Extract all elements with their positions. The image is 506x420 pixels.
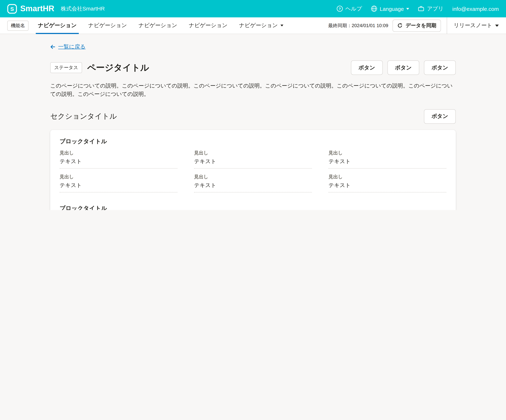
smarthr-logo-icon: S bbox=[7, 4, 17, 14]
field-label: 見出し bbox=[60, 150, 177, 156]
language-label: Language bbox=[380, 6, 404, 12]
nav-tab-1[interactable]: ナビゲーション bbox=[32, 17, 82, 34]
help-link[interactable]: ? ヘルプ bbox=[336, 5, 362, 12]
field-value: テキスト bbox=[194, 158, 312, 169]
apps-icon bbox=[418, 6, 425, 12]
help-icon: ? bbox=[336, 6, 343, 12]
header-actions: ? ヘルプ Language アプリ info@example.com bbox=[336, 5, 499, 12]
nav-right: 最終同期：2024/01/01 10:09 データを同期 リリースノート bbox=[328, 17, 499, 34]
chevron-down-icon bbox=[280, 25, 283, 27]
page-title-row: ステータス ページタイトル ボタン ボタン ボタン bbox=[50, 61, 456, 75]
apps-label: アプリ bbox=[427, 5, 444, 12]
smarthr-logo[interactable]: S SmartHR bbox=[7, 4, 54, 14]
nav-tabs: ナビゲーション ナビゲーション ナビゲーション ナビゲーション ナビゲーション bbox=[32, 17, 289, 34]
nav-tab-5-dropdown[interactable]: ナビゲーション bbox=[233, 17, 289, 34]
page-action-buttons: ボタン ボタン ボタン bbox=[351, 61, 456, 75]
section1-button[interactable]: ボタン bbox=[424, 109, 456, 123]
nav-tab-4[interactable]: ナビゲーション bbox=[183, 17, 233, 34]
nav-tab-2[interactable]: ナビゲーション bbox=[82, 17, 133, 34]
chevron-down-icon bbox=[495, 24, 499, 27]
nav-tab-3[interactable]: ナビゲーション bbox=[133, 17, 183, 34]
nav-tab-label: ナビゲーション bbox=[189, 22, 227, 29]
nav-tab-label: ナビゲーション bbox=[138, 22, 177, 29]
back-to-list-link[interactable]: 一覧に戻る bbox=[50, 43, 86, 50]
svg-text:S: S bbox=[10, 6, 14, 12]
page-description: このページについての説明。このページについての説明。このページについての説明。こ… bbox=[50, 81, 456, 98]
field-label: 見出し bbox=[329, 150, 446, 156]
arrow-left-icon bbox=[50, 44, 56, 50]
account-email-text: info@example.com bbox=[452, 6, 499, 12]
field-value: テキスト bbox=[60, 182, 177, 192]
section1-title: セクションタイトル bbox=[50, 111, 117, 121]
app-nav: 機能名 ナビゲーション ナビゲーション ナビゲーション ナビゲーション ナビゲー… bbox=[0, 17, 506, 34]
field-value: テキスト bbox=[194, 182, 312, 192]
nav-tab-label: ナビゲーション bbox=[38, 22, 77, 29]
field: 見出し テキスト bbox=[60, 150, 177, 168]
field: 見出し テキスト bbox=[194, 150, 312, 168]
feature-name-badge: 機能名 bbox=[7, 20, 28, 31]
nav-tab-label: ナビゲーション bbox=[239, 22, 278, 29]
chevron-down-icon bbox=[406, 8, 409, 10]
block1-fields: 見出し テキスト 見出し テキスト 見出し テキスト 見出し テキスト bbox=[60, 144, 446, 192]
field-value: テキスト bbox=[329, 182, 446, 192]
company-name: 株式会社SmartHR bbox=[61, 5, 105, 12]
page-button-1[interactable]: ボタン bbox=[351, 61, 383, 75]
block1-title: ブロックタイトル bbox=[60, 138, 446, 144]
nav-tab-label: ナビゲーション bbox=[88, 22, 127, 29]
field: 見出し テキスト bbox=[60, 174, 177, 192]
globe-icon bbox=[371, 6, 377, 12]
help-label: ヘルプ bbox=[345, 5, 362, 12]
page-button-3[interactable]: ボタン bbox=[424, 61, 456, 75]
field-label: 見出し bbox=[194, 174, 312, 179]
main-content: 一覧に戻る ステータス ページタイトル ボタン ボタン ボタン このページについ… bbox=[0, 34, 506, 210]
block2-title: ブロックタイトル bbox=[60, 205, 446, 210]
info-card: ブロックタイトル 見出し テキスト 見出し テキスト 見出し テキスト bbox=[50, 130, 456, 210]
field: 見出し テキスト bbox=[329, 174, 446, 192]
data-sync-label: データを同期 bbox=[406, 22, 436, 29]
field-value: テキスト bbox=[60, 158, 177, 169]
field-label: 見出し bbox=[60, 174, 177, 179]
data-sync-button[interactable]: データを同期 bbox=[393, 19, 441, 32]
status-badge: ステータス bbox=[50, 62, 82, 73]
language-menu[interactable]: Language bbox=[371, 6, 409, 12]
smarthr-logo-text: SmartHR bbox=[20, 4, 54, 14]
release-notes-label: リリースノート bbox=[453, 22, 492, 29]
field: 見出し テキスト bbox=[329, 150, 446, 168]
field-value: テキスト bbox=[329, 158, 446, 169]
release-notes-menu[interactable]: リリースノート bbox=[447, 17, 499, 34]
last-sync-text: 最終同期：2024/01/01 10:09 bbox=[328, 22, 388, 29]
back-link-label: 一覧に戻る bbox=[58, 43, 86, 50]
apps-link[interactable]: アプリ bbox=[418, 5, 444, 12]
svg-text:?: ? bbox=[339, 7, 341, 11]
refresh-icon bbox=[397, 23, 403, 28]
page-title: ページタイトル bbox=[87, 62, 149, 74]
section1-head: セクションタイトル ボタン bbox=[50, 109, 456, 123]
account-email[interactable]: info@example.com bbox=[452, 6, 499, 12]
field-label: 見出し bbox=[194, 150, 312, 156]
page-button-2[interactable]: ボタン bbox=[387, 61, 419, 75]
field-label: 見出し bbox=[329, 174, 446, 179]
app-header: S SmartHR 株式会社SmartHR ? ヘルプ Language アプリ… bbox=[0, 0, 506, 17]
field: 見出し テキスト bbox=[194, 174, 312, 192]
